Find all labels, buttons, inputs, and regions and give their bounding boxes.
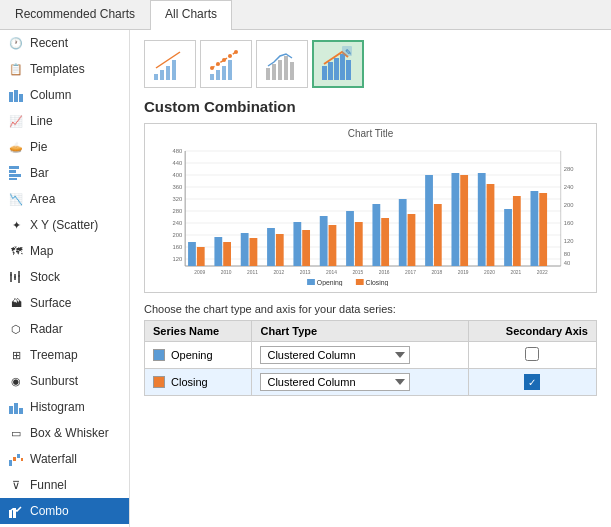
tab-all-charts[interactable]: All Charts [150,0,232,30]
sidebar-item-column[interactable]: Column [0,82,129,108]
svg-text:120: 120 [564,238,574,244]
sidebar-item-area[interactable]: 📉 Area [0,186,129,212]
chart-title: Custom Combination [144,98,597,115]
sidebar-item-sunburst[interactable]: ◉ Sunburst [0,368,129,394]
opening-name-cell: Opening [145,342,252,369]
svg-text:2013: 2013 [300,270,311,275]
svg-rect-36 [272,64,276,80]
sidebar-item-stock[interactable]: Stock [0,264,129,290]
svg-text:200: 200 [564,202,574,208]
svg-text:320: 320 [172,196,182,202]
svg-rect-26 [210,74,214,80]
sidebar-item-funnel[interactable]: ⊽ Funnel [0,472,129,498]
closing-color-swatch [153,376,165,388]
svg-rect-96 [355,222,363,266]
sidebar-item-recent[interactable]: 🕐 Recent [0,30,129,56]
surface-icon: 🏔 [8,295,24,311]
opening-chart-type-select[interactable]: Clustered Column [260,346,410,364]
svg-text:120: 120 [172,256,182,262]
chart-icon-line-markers[interactable] [200,40,252,88]
svg-rect-84 [250,238,258,266]
sidebar-item-pie[interactable]: 🥧 Pie [0,134,129,160]
sidebar-item-surface[interactable]: 🏔 Surface [0,290,129,316]
col-secondary-axis: Secondary Axis [468,321,596,342]
opening-secondary-axis-cell[interactable] [468,342,596,369]
svg-rect-104 [425,175,433,266]
svg-text:280: 280 [564,166,574,172]
svg-text:2012: 2012 [273,270,284,275]
svg-text:2019: 2019 [458,270,469,275]
svg-rect-25 [172,60,176,80]
table-row-closing: Closing Clustered Column ✓ [145,369,597,396]
bar-icon [8,165,24,181]
svg-rect-93 [329,225,337,266]
svg-rect-14 [14,403,18,414]
svg-text:2018: 2018 [431,270,442,275]
svg-text:2011: 2011 [247,270,258,275]
svg-rect-16 [9,460,12,466]
svg-text:2010: 2010 [221,270,232,275]
opening-chart-type-cell[interactable]: Clustered Column [252,342,468,369]
svg-point-34 [234,50,238,54]
svg-rect-38 [284,56,288,80]
sidebar-item-templates[interactable]: 📋 Templates [0,56,129,82]
svg-rect-98 [372,204,380,266]
svg-rect-107 [451,173,459,266]
sidebar-item-map[interactable]: 🗺 Map [0,238,129,264]
svg-rect-35 [266,68,270,80]
sunburst-icon: ◉ [8,373,24,389]
svg-rect-13 [9,406,13,414]
clock-icon: 🕐 [8,35,24,51]
sidebar-item-xyscatter[interactable]: ✦ X Y (Scatter) [0,212,129,238]
chart-icon-line[interactable] [144,40,196,88]
tabs-bar: Recommended Charts All Charts [0,0,611,30]
chart-icons-row: ✎ [144,40,597,88]
svg-point-33 [228,54,232,58]
svg-rect-24 [166,66,170,80]
svg-rect-6 [9,178,17,180]
svg-rect-42 [334,58,339,80]
sidebar-item-boxwhisker[interactable]: ▭ Box & Whisker [0,420,129,446]
svg-rect-80 [214,237,222,266]
svg-rect-19 [21,458,23,461]
main-panel: ✎ Custom Combination Chart Title [130,30,611,527]
svg-rect-15 [19,408,23,414]
sidebar-item-histogram[interactable]: Histogram [0,394,129,420]
tab-recommended[interactable]: Recommended Charts [0,0,150,29]
closing-chart-type-cell[interactable]: Clustered Column [252,369,468,396]
closing-secondary-axis-checked[interactable]: ✓ [524,374,540,390]
svg-text:80: 80 [564,251,571,257]
svg-rect-110 [478,173,486,266]
svg-rect-99 [381,218,389,266]
closing-secondary-axis-cell[interactable]: ✓ [468,369,596,396]
sidebar-item-treemap[interactable]: ⊞ Treemap [0,342,129,368]
chart-icon-column-line[interactable] [256,40,308,88]
svg-rect-3 [9,166,19,169]
svg-rect-1 [14,90,18,102]
svg-rect-2 [19,94,23,102]
svg-rect-5 [9,174,21,177]
svg-text:480: 480 [172,148,182,154]
svg-text:280: 280 [172,208,182,214]
svg-rect-108 [460,175,468,266]
opening-secondary-axis-checkbox[interactable] [525,347,539,361]
closing-chart-type-select[interactable]: Clustered Column [260,373,410,391]
sidebar-item-line[interactable]: 📈 Line [0,108,129,134]
svg-rect-23 [160,70,164,80]
sidebar-item-combo[interactable]: Combo [0,498,129,524]
line-icon: 📈 [8,113,24,129]
svg-text:40: 40 [564,260,571,266]
sidebar-item-bar[interactable]: Bar [0,160,129,186]
chart-icon-custom-combo[interactable]: ✎ [312,40,364,88]
svg-rect-4 [9,170,16,173]
radar-icon: ⬡ [8,321,24,337]
sidebar-item-waterfall[interactable]: Waterfall [0,446,129,472]
opening-color-swatch [153,349,165,361]
svg-text:Opening: Opening [317,279,343,286]
svg-rect-105 [434,204,442,266]
svg-text:160: 160 [172,244,182,250]
svg-rect-90 [302,230,310,266]
svg-rect-87 [276,234,284,266]
sidebar-item-radar[interactable]: ⬡ Radar [0,316,129,342]
boxwhisker-icon: ▭ [8,425,24,441]
